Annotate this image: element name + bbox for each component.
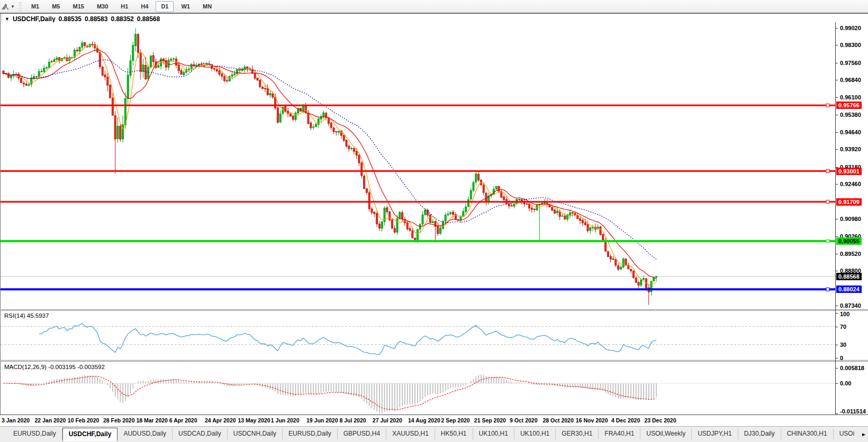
candle-body — [406, 223, 408, 229]
tab-scroll-right-icon[interactable]: ► — [861, 431, 866, 437]
timeframe-button-h1[interactable]: H1 — [115, 1, 133, 12]
candle-body — [534, 209, 535, 210]
chart-window-top-border — [0, 13, 868, 14]
macd-tick-label: -0.011514 — [840, 408, 866, 415]
candle-body — [53, 59, 55, 61]
candle-body — [440, 228, 441, 233]
ma-line-slow — [4, 60, 657, 259]
chart-tab-uk100-h1[interactable]: UK100,H1 — [473, 428, 514, 439]
chart-tab-xauusd-h1[interactable]: XAUUSD,H1 — [386, 428, 435, 439]
chart-tab-hk50-h1[interactable]: HK50,H1 — [435, 428, 473, 439]
candle-body — [485, 193, 487, 202]
candle-body — [587, 225, 589, 231]
timeframe-button-h4[interactable]: H4 — [135, 1, 153, 12]
chart-cursor-icon[interactable] — [1, 3, 10, 11]
level-line-anchor[interactable] — [826, 200, 829, 204]
chart-tab-usoil-weekly[interactable]: USOil,Weekly — [640, 428, 692, 439]
ma-line-fast — [4, 45, 657, 284]
candle-body — [269, 94, 271, 95]
chart-tab-fra40-h1[interactable]: FRA40,H1 — [599, 428, 640, 439]
candle-body — [338, 131, 340, 132]
candle-body — [656, 277, 657, 277]
chevron-down-icon[interactable]: ▼ — [11, 4, 15, 9]
candle-body — [632, 271, 634, 278]
candle-body — [622, 259, 624, 268]
candle-body — [544, 203, 545, 204]
chart-tab-usdchf-daily[interactable]: USDCHF,Daily — [62, 428, 118, 441]
candle-body — [368, 192, 370, 209]
candle-body — [122, 125, 124, 139]
candle-body — [396, 218, 398, 232]
level-line-anchor[interactable] — [826, 288, 829, 291]
time-axis[interactable]: 3 Jan 202022 Jan 202010 Feb 202028 Feb 2… — [0, 415, 868, 426]
price-tick-mark — [835, 254, 838, 254]
chart-tab-gbpusd-h4[interactable]: GBPUSD,H4 — [338, 428, 386, 439]
date-label: 23 Dec 2020 — [644, 417, 676, 423]
candle-body — [117, 126, 119, 139]
date-label: 24 Apr 2020 — [205, 417, 236, 423]
rsi-tick-mark — [835, 345, 838, 345]
price-tick-mark — [835, 45, 838, 45]
chart-tab-china300-h1[interactable]: CHINA300,H1 — [781, 428, 834, 439]
price-tick-mark — [835, 132, 838, 133]
chart-tab-dj30-daily[interactable]: DJ30,Daily — [738, 428, 781, 439]
candle-body — [473, 182, 474, 190]
candle-body — [361, 163, 363, 176]
candle-body — [358, 155, 360, 163]
candle-body — [130, 61, 131, 76]
candle-body — [343, 135, 345, 141]
level-line-anchor[interactable] — [826, 240, 829, 243]
candle-body — [348, 146, 350, 149]
chart-tab-usoil-[interactable]: USOil, — [834, 428, 854, 439]
chart-tab-audusd-daily[interactable]: AUDUSD,Daily — [117, 428, 173, 439]
collapse-triangle-icon[interactable]: ▼ — [5, 16, 10, 22]
candle-body — [8, 73, 10, 77]
timeframe-button-m30[interactable]: M30 — [92, 1, 113, 12]
candle-body — [330, 123, 332, 128]
chart-tab-eurusd-daily[interactable]: EURUSD,Daily — [283, 428, 338, 439]
ohlc-open: 0.88535 — [59, 15, 82, 23]
candle-body — [475, 174, 477, 182]
chart-tab-usdcad-daily[interactable]: USDCAD,Daily — [173, 428, 228, 439]
candle-body — [148, 67, 149, 79]
candle-body — [529, 204, 530, 208]
price-tick-mark — [835, 236, 838, 237]
timeframe-button-mn[interactable]: MN — [197, 1, 217, 12]
price-tick-mark — [835, 184, 838, 185]
candle-body — [429, 215, 431, 222]
chart-tab-ger30-h1[interactable]: GER30,H1 — [556, 428, 599, 439]
toolbar-grip[interactable] — [19, 2, 22, 11]
ma-line-mid — [4, 50, 657, 279]
date-label: 28 Feb 2020 — [103, 417, 135, 423]
candle-body — [402, 213, 403, 219]
timeframe-button-d1[interactable]: D1 — [156, 1, 174, 12]
candle-body — [84, 42, 86, 45]
candle-body — [610, 256, 611, 259]
candle-body — [183, 72, 185, 75]
candle-body — [231, 75, 233, 76]
macd-chart-canvas[interactable] — [1, 362, 835, 415]
price-chart-canvas[interactable] — [1, 22, 835, 310]
level-line-anchor[interactable] — [826, 104, 829, 107]
date-label: 22 Jan 2020 — [34, 417, 66, 423]
timeframe-button-w1[interactable]: W1 — [176, 1, 195, 12]
candle-body — [551, 207, 553, 210]
candle-body — [82, 43, 83, 47]
candle-body — [127, 75, 129, 99]
timeframe-button-m1[interactable]: M1 — [26, 1, 44, 12]
candle-body — [409, 228, 411, 231]
chart-tab-uk100-h1[interactable]: UK100,H1 — [514, 428, 556, 439]
level-line-anchor[interactable] — [826, 170, 829, 173]
price-tick-mark — [835, 219, 838, 219]
candle-body — [257, 78, 258, 80]
timeframe-button-m5[interactable]: M5 — [47, 1, 65, 12]
chart-tab-usdjpy-h1[interactable]: USDJPY,H1 — [692, 428, 738, 439]
chart-tab-eurusd-daily[interactable]: EURUSD,Daily — [7, 428, 62, 439]
chart-tab-usdcnh-daily[interactable]: USDCNH,Daily — [228, 428, 283, 439]
candle-body — [43, 68, 45, 72]
candle-body — [305, 106, 306, 113]
toolbar: ▼ M1M5M15M30H1H4D1W1MN — [0, 0, 868, 13]
timeframe-button-m15[interactable]: M15 — [67, 1, 89, 12]
candle-body — [132, 45, 134, 61]
rsi-chart-canvas[interactable] — [1, 311, 835, 361]
